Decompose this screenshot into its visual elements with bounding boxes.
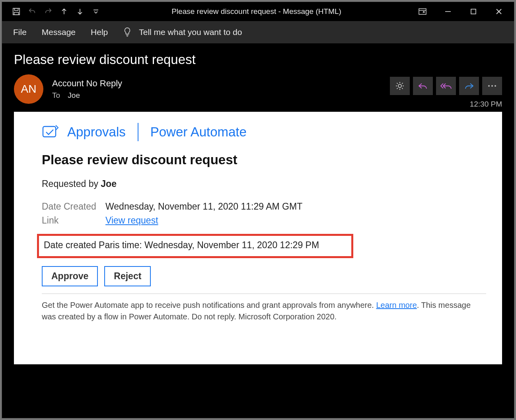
view-request-link[interactable]: View request (105, 215, 158, 226)
reply-icon[interactable] (413, 77, 433, 95)
svg-point-21 (495, 85, 496, 87)
svg-line-18 (402, 83, 403, 84)
learn-more-link[interactable]: Learn more (376, 301, 417, 309)
menu-message[interactable]: Message (42, 27, 76, 37)
avatar[interactable]: AN (14, 74, 43, 104)
minimize-icon[interactable] (435, 3, 461, 20)
to-name: Joe (68, 91, 80, 99)
link-label: Link (42, 215, 105, 226)
approvals-icon (42, 124, 60, 140)
message-window: Please review discount request - Message… (2, 2, 514, 418)
svg-rect-4 (419, 9, 426, 14)
maximize-icon[interactable] (461, 3, 486, 20)
link-row: Link View request (42, 215, 486, 226)
reject-button[interactable]: Reject (104, 266, 151, 286)
power-automate-label: Power Automate (150, 124, 247, 140)
svg-rect-7 (471, 9, 476, 14)
svg-point-10 (398, 84, 401, 88)
svg-point-20 (491, 85, 493, 87)
menu-help[interactable]: Help (91, 27, 108, 37)
close-icon[interactable] (486, 3, 512, 20)
to-label: To (52, 91, 60, 99)
next-item-icon[interactable] (73, 4, 87, 19)
message-time: 12:30 PM (470, 100, 502, 109)
menu-file[interactable]: File (13, 27, 27, 37)
requested-by-name: Joe (101, 179, 117, 189)
svg-line-16 (402, 88, 403, 89)
highlight-text: Date created Paris time: Wednesday, Nove… (44, 240, 319, 250)
svg-line-15 (397, 83, 398, 84)
header-divider (138, 123, 138, 141)
message-subject: Please review discount request (14, 52, 502, 67)
save-icon[interactable] (9, 4, 23, 19)
title-bar: Please review discount request - Message… (2, 2, 514, 21)
window-title: Please review discount request - Message… (103, 7, 410, 16)
ribbon-display-icon[interactable] (410, 3, 435, 20)
message-actions (390, 77, 502, 95)
more-actions-icon[interactable] (482, 77, 502, 95)
date-created-row: Date Created Wednesday, November 11, 202… (42, 201, 486, 212)
footer-text: Get the Power Automate app to receive pu… (42, 299, 486, 323)
footer-divider (42, 294, 486, 294)
requested-by: Requested by Joe (42, 179, 486, 189)
previous-item-icon[interactable] (57, 4, 71, 19)
tell-me-search[interactable]: Tell me what you want to do (123, 27, 242, 37)
requested-by-prefix: Requested by (42, 179, 101, 189)
svg-rect-1 (14, 8, 18, 11)
date-created-label: Date Created (42, 201, 105, 212)
reply-all-icon[interactable] (436, 77, 456, 95)
forward-icon[interactable] (459, 77, 479, 95)
approvals-label: Approvals (67, 124, 126, 140)
approve-button[interactable]: Approve (42, 266, 98, 286)
approval-actions: Approve Reject (42, 266, 486, 286)
lightbulb-icon (123, 27, 132, 37)
tell-me-label: Tell me what you want to do (139, 27, 242, 37)
toggle-dark-icon[interactable] (390, 77, 410, 95)
highlight-annotation: Date created Paris time: Wednesday, Nove… (37, 234, 353, 258)
footer-part1: Get the Power Automate app to receive pu… (42, 301, 376, 309)
approval-title: Please review discount request (42, 152, 486, 167)
menu-bar: File Message Help Tell me what you want … (2, 21, 514, 43)
svg-line-17 (397, 88, 398, 89)
svg-rect-2 (14, 12, 19, 15)
date-created-value: Wednesday, November 11, 2020 11:29 AM GM… (105, 201, 302, 212)
email-body: Approvals Power Automate Please review d… (14, 112, 502, 364)
sender-name: Account No Reply (52, 78, 122, 89)
undo-icon[interactable] (25, 4, 39, 19)
svg-rect-22 (43, 126, 56, 137)
power-automate-header: Approvals Power Automate (42, 123, 486, 141)
recipient-line: To Joe (52, 91, 122, 100)
message-header: Please review discount request AN Accoun… (2, 43, 514, 112)
redo-icon[interactable] (41, 4, 55, 19)
customize-qat-icon[interactable] (89, 4, 103, 19)
svg-point-19 (488, 85, 490, 87)
